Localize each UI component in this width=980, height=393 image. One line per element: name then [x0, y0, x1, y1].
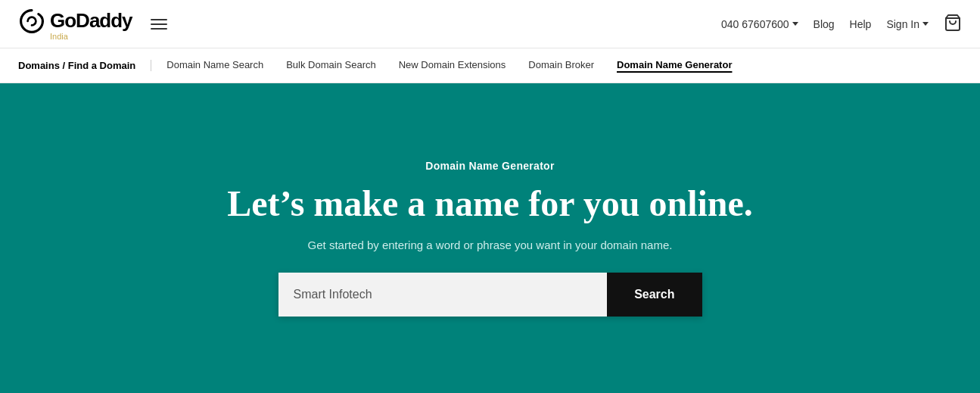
cart-icon[interactable] [944, 14, 962, 35]
logo-india: India [50, 32, 68, 41]
subnav: Domains / Find a Domain Domain Name Sear… [0, 48, 980, 83]
search-input[interactable] [278, 273, 608, 317]
blog-link[interactable]: Blog [814, 18, 835, 30]
subnav-domain-name-generator[interactable]: Domain Name Generator [617, 59, 732, 72]
svg-rect-0 [18, 8, 45, 35]
hero-label: Domain Name Generator [425, 160, 554, 172]
hero-subtitle: Get started by entering a word or phrase… [308, 239, 673, 251]
hero-section: Domain Name Generator Let’s make a name … [0, 83, 980, 393]
search-button[interactable]: Search [607, 273, 702, 317]
logo-area: GoDaddy India [18, 8, 132, 41]
header: GoDaddy India 040 67607600 Blog Help Sig… [0, 0, 980, 48]
godaddy-logo-icon [18, 8, 45, 35]
subnav-domain-name-search[interactable]: Domain Name Search [166, 59, 263, 72]
hamburger-menu[interactable] [148, 16, 170, 33]
header-right: 040 67607600 Blog Help Sign In [721, 14, 962, 35]
logo[interactable]: GoDaddy [18, 8, 132, 35]
sign-in-chevron-icon [922, 22, 929, 26]
phone-chevron-icon [792, 22, 798, 26]
subnav-brand: Domains / Find a Domain [18, 60, 151, 71]
help-link[interactable]: Help [850, 18, 872, 30]
logo-text: GoDaddy [50, 9, 132, 33]
header-left: GoDaddy India [18, 8, 170, 41]
subnav-bulk-domain-search[interactable]: Bulk Domain Search [286, 59, 376, 72]
sign-in-button[interactable]: Sign In [886, 18, 929, 30]
hero-title: Let’s make a name for you online. [227, 184, 753, 224]
subnav-domain-broker[interactable]: Domain Broker [528, 59, 594, 72]
subnav-new-domain-extensions[interactable]: New Domain Extensions [399, 59, 506, 72]
phone-number[interactable]: 040 67607600 [721, 18, 798, 30]
search-bar: Search [278, 273, 702, 317]
subnav-links: Domain Name Search Bulk Domain Search Ne… [166, 59, 732, 72]
